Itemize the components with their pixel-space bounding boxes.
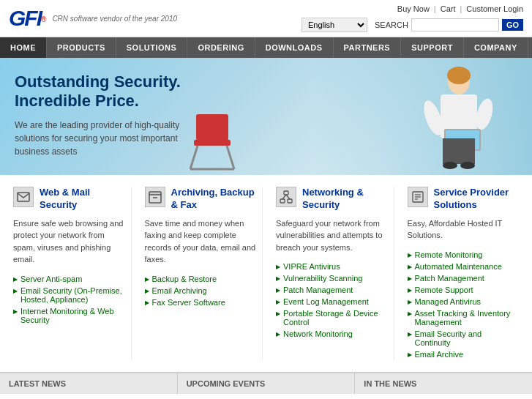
bottom-bar: LATEST NEWS UPCOMING EVENTS IN THE NEWS [0,372,532,394]
col2-title: Archiving, Backup & Fax [171,187,257,212]
col-archiving: Archiving, Backup & Fax Save time and mo… [139,187,263,360]
list-item[interactable]: Email Security (On-Premise, Hosted, Appl… [13,285,125,305]
list-item[interactable]: Managed Antivirus [408,296,520,307]
sep2: | [460,4,462,13]
col1-header: Web & Mail Security [13,187,125,212]
svg-rect-16 [149,194,161,203]
list-item[interactable]: Portable Storage & Device Control [276,307,388,328]
svg-rect-21 [288,199,292,203]
col2-header: Archiving, Backup & Fax [145,187,257,212]
svg-point-13 [460,162,475,169]
nav-item-support[interactable]: SUPPORT [401,37,464,58]
logo-area: GFI® CRN software vendor of the year 201… [9,6,177,31]
top-links: Buy Now | Cart | Customer Login [397,4,523,13]
svg-line-3 [227,146,234,169]
search-input[interactable] [411,18,499,31]
list-item[interactable]: Asset Tracking & Inventory Management [408,307,520,328]
list-item[interactable]: Email Archive [408,348,520,360]
buy-now-link[interactable]: Buy Now [397,4,430,13]
col2-desc: Save time and money when faxing and keep… [145,217,257,266]
hero-content: Outstanding Security. Incredible Price. … [15,72,190,158]
main-content: Web & Mail Security Ensure safe web brow… [0,175,532,372]
main-nav: HOME PRODUCTS SOLUTIONS ORDERING DOWNLOA… [0,37,532,58]
list-item[interactable]: Email Archiving [145,285,257,297]
svg-line-23 [286,195,290,199]
nav-item-products[interactable]: PRODUCTS [47,37,116,58]
nav-item-home[interactable]: HOME [0,37,47,58]
col1-desc: Ensure safe web browsing and protect you… [13,217,125,266]
nav-item-partners[interactable]: PARTNERS [334,37,402,58]
col4-header: Service Provider Solutions [408,187,520,212]
hero-banner: Outstanding Security. Incredible Price. … [0,58,532,175]
list-item[interactable]: VIPRE Antivirus [276,261,388,272]
svg-line-22 [282,195,286,199]
svg-rect-15 [18,193,29,201]
col3-desc: Safeguard your network from vulnerabilit… [276,217,388,254]
col-networking: Networking & Security Safeguard your net… [270,187,394,360]
list-item[interactable]: Remote Support [408,284,520,296]
col4-title: Service Provider Solutions [434,187,520,212]
svg-rect-17 [149,192,161,195]
nav-item-downloads[interactable]: DOWNLOADS [255,37,334,58]
cart-link[interactable]: Cart [441,4,456,13]
top-right-area: Buy Now | Cart | Customer Login English … [301,4,523,32]
list-item[interactable]: Remote Monitoring [408,249,520,261]
col4-desc: Easy, Affordable Hosted IT Solutions. [408,217,520,242]
chair-svg [183,107,241,173]
col3-links: VIPRE Antivirus Vulnerability Scanning P… [276,261,388,340]
person-svg [415,67,503,173]
in-the-news-label: IN THE NEWS [355,373,532,394]
logo: GFI® [9,6,46,31]
list-item[interactable]: Event Log Management [276,296,388,307]
language-select[interactable]: English French German Spanish [301,18,367,32]
col1-title: Web & Mail Security [40,187,125,212]
archive-icon [145,187,165,207]
svg-point-12 [443,162,457,169]
col-web-mail: Web & Mail Security Ensure safe web brow… [7,187,132,360]
list-item[interactable]: Patch Management [408,272,520,284]
list-item[interactable]: Fax Server Software [145,297,257,308]
list-item[interactable]: Backup & Restore [145,273,257,285]
col2-links: Backup & Restore Email Archiving Fax Ser… [145,273,257,308]
network-icon [276,187,296,207]
nav-item-company[interactable]: COMPANY [464,37,528,58]
nav-item-ordering[interactable]: ORDERING [187,37,255,58]
list-item[interactable]: Vulnerability Scanning [276,272,388,284]
sep1: | [434,4,436,13]
col4-links: Remote Monitoring Automated Maintenance … [408,249,520,360]
svg-rect-20 [280,199,285,203]
list-item[interactable]: Internet Monitoring & Web Security [13,305,125,326]
col-service-provider: Service Provider Solutions Easy, Afforda… [402,187,525,360]
col1-links: Server Anti-spam Email Security (On-Prem… [13,273,125,326]
tagline: CRN software vendor of the year 2010 [52,15,177,23]
top-bar: GFI® CRN software vendor of the year 201… [0,0,532,37]
hero-title: Outstanding Security. Incredible Price. [15,72,190,111]
svg-rect-0 [194,140,231,146]
svg-point-14 [447,67,471,84]
list-item[interactable]: Network Monitoring [276,328,388,340]
search-label: SEARCH [375,20,408,29]
latest-news-label: LATEST NEWS [0,373,178,394]
svg-line-2 [190,146,198,169]
customer-login-link[interactable]: Customer Login [466,4,523,13]
go-button[interactable]: GO [502,19,523,31]
col3-header: Networking & Security [276,187,388,212]
list-item[interactable]: Patch Management [276,284,388,296]
hero-person [415,67,503,175]
hero-subtitle: We are the leading provider of high-qual… [15,119,190,158]
nav-item-solutions[interactable]: SOLUTIONS [116,37,188,58]
col3-title: Networking & Security [302,187,388,212]
list-item[interactable]: Automated Maintenance [408,261,520,272]
service-icon [408,187,428,207]
svg-rect-1 [196,114,228,141]
mail-icon [13,187,34,207]
list-item[interactable]: Email Security and Continuity [408,328,520,348]
svg-rect-19 [284,191,288,195]
search-area: English French German Spanish SEARCH GO [301,18,523,32]
list-item[interactable]: Server Anti-spam [13,273,125,285]
upcoming-events-label: UPCOMING EVENTS [178,373,356,394]
svg-rect-11 [443,138,475,164]
hero-chair [183,107,241,175]
